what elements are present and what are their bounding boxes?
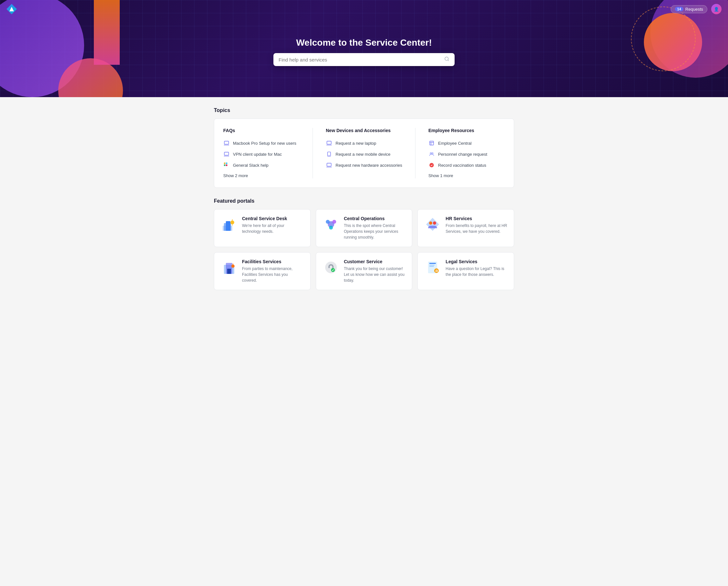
topic-item-vaccination[interactable]: Record vaccination status xyxy=(428,160,505,171)
facilities-name: Facilities Services xyxy=(242,259,304,264)
topic-item-employee-central[interactable]: Employee Central xyxy=(428,138,505,149)
employee-show-more[interactable]: Show 1 more xyxy=(428,173,453,178)
employee-central-icon xyxy=(428,140,435,146)
vaccination-icon xyxy=(428,162,435,168)
svg-rect-39 xyxy=(430,263,436,264)
topic-col-faqs: FAQs Macbook Pro Setup for new users VPN… xyxy=(223,128,300,178)
search-input[interactable] xyxy=(279,57,441,63)
requests-badge[interactable]: 14 Requests xyxy=(671,5,707,13)
logo-icon[interactable] xyxy=(6,4,17,14)
svg-rect-8 xyxy=(327,141,331,144)
central-service-desc: We're here for all of your technology ne… xyxy=(242,223,304,235)
hr-info: HR Services From benefits to payroll, he… xyxy=(445,216,507,235)
svg-point-26 xyxy=(332,220,336,224)
customer-service-icon xyxy=(322,259,339,276)
divider-1 xyxy=(313,128,313,178)
employee-title: Employee Resources xyxy=(428,128,505,133)
portal-card-hr[interactable]: HR Services From benefits to payroll, he… xyxy=(417,209,514,247)
central-ops-icon xyxy=(322,216,339,233)
legal-info: Legal Services Have a question for Legal… xyxy=(445,259,507,277)
faqs-show-more[interactable]: Show 2 more xyxy=(223,173,248,178)
svg-text:⚖: ⚖ xyxy=(435,269,438,273)
slack-icon xyxy=(223,162,230,168)
svg-rect-12 xyxy=(430,141,434,145)
customer-name: Customer Service xyxy=(344,259,406,264)
svg-point-10 xyxy=(329,155,329,155)
svg-marker-28 xyxy=(426,218,439,231)
topic-label: VPN client update for Mac xyxy=(233,152,282,157)
topic-item-mobile[interactable]: Request a new mobile device xyxy=(326,149,402,160)
legal-services-icon: ⚖ xyxy=(424,259,441,276)
requests-count: 14 xyxy=(675,7,683,11)
topics-card: FAQs Macbook Pro Setup for new users VPN… xyxy=(214,119,514,188)
topic-col-devices: New Devices and Accessories Request a ne… xyxy=(326,128,402,178)
topic-item-slack[interactable]: General Slack help xyxy=(223,160,300,171)
portals-section-title: Featured portals xyxy=(214,198,514,204)
svg-rect-11 xyxy=(327,163,331,166)
facilities-desc: From parties to maintenance, Facilities … xyxy=(242,266,304,283)
divider-2 xyxy=(415,128,415,178)
legal-name: Legal Services xyxy=(445,259,507,264)
search-bar xyxy=(274,53,454,66)
svg-rect-33 xyxy=(227,269,231,274)
central-service-info: Central Service Desk We're here for all … xyxy=(242,216,304,235)
vpn-icon xyxy=(223,151,230,157)
topic-label: Macbook Pro Setup for new users xyxy=(233,141,296,146)
hr-name: HR Services xyxy=(445,216,507,221)
svg-point-27 xyxy=(329,226,333,229)
svg-point-0 xyxy=(445,57,448,60)
laptop-icon xyxy=(223,140,230,146)
portal-card-central-ops[interactable]: Central Operations This is the spot wher… xyxy=(316,209,413,247)
nav-right-group: 14 Requests 👤 xyxy=(671,4,722,14)
laptop-request-icon xyxy=(326,140,332,146)
mobile-icon xyxy=(326,151,332,157)
legal-desc: Have a question for Legal? This is the p… xyxy=(445,266,507,277)
central-ops-desc: This is the spot where Central Operation… xyxy=(344,223,406,240)
svg-point-15 xyxy=(430,152,431,154)
topic-label: Employee Central xyxy=(438,141,471,146)
svg-rect-40 xyxy=(430,265,435,266)
svg-rect-7 xyxy=(226,165,228,166)
svg-rect-6 xyxy=(224,165,226,166)
svg-rect-2 xyxy=(224,141,229,144)
central-ops-name: Central Operations xyxy=(344,216,406,221)
svg-rect-5 xyxy=(226,163,228,164)
faqs-title: FAQs xyxy=(223,128,300,133)
logo-lightning xyxy=(9,7,14,11)
svg-rect-41 xyxy=(430,266,434,267)
svg-rect-4 xyxy=(224,163,226,164)
hr-desc: From benefits to payroll, here at HR Ser… xyxy=(445,223,507,235)
topic-item-macbook[interactable]: Macbook Pro Setup for new users xyxy=(223,138,300,149)
portal-card-central-service[interactable]: Central Service Desk We're here for all … xyxy=(214,209,311,247)
portal-card-legal[interactable]: ⚖ Legal Services Have a question for Leg… xyxy=(417,252,514,290)
topic-label: Request a new laptop xyxy=(336,141,376,146)
facilities-info: Facilities Services From parties to main… xyxy=(242,259,304,283)
customer-desc: Thank you for being our customer! Let us… xyxy=(344,266,406,283)
customer-info: Customer Service Thank you for being our… xyxy=(344,259,406,283)
devices-title: New Devices and Accessories xyxy=(326,128,402,133)
search-icon[interactable] xyxy=(444,56,449,63)
topics-section-title: Topics xyxy=(214,107,514,113)
hero-section: 14 Requests 👤 Welcome to the Service Cen… xyxy=(0,0,728,97)
topic-label: General Slack help xyxy=(233,163,268,168)
top-nav: 14 Requests 👤 xyxy=(0,0,728,18)
portals-grid: Central Service Desk We're here for all … xyxy=(214,209,514,290)
topic-item-vpn[interactable]: VPN client update for Mac xyxy=(223,149,300,160)
facilities-icon xyxy=(221,259,237,276)
svg-point-34 xyxy=(231,265,235,268)
hr-services-icon xyxy=(424,216,441,233)
topic-item-personnel[interactable]: Personnel change request xyxy=(428,149,505,160)
svg-point-21 xyxy=(230,220,234,224)
topic-item-hardware[interactable]: Request new hardware accessories xyxy=(326,160,402,171)
portal-card-facilities[interactable]: Facilities Services From parties to main… xyxy=(214,252,311,290)
topic-item-laptop[interactable]: Request a new laptop xyxy=(326,138,402,149)
topic-label: Record vaccination status xyxy=(438,163,486,168)
svg-point-30 xyxy=(433,221,436,225)
hero-content: Welcome to the Service Center! xyxy=(274,38,454,66)
svg-rect-3 xyxy=(224,152,229,155)
svg-point-29 xyxy=(429,221,432,225)
portal-card-customer[interactable]: Customer Service Thank you for being our… xyxy=(316,252,413,290)
topic-label: Request a new mobile device xyxy=(336,152,391,157)
svg-point-17 xyxy=(430,163,434,167)
user-avatar[interactable]: 👤 xyxy=(711,4,722,14)
